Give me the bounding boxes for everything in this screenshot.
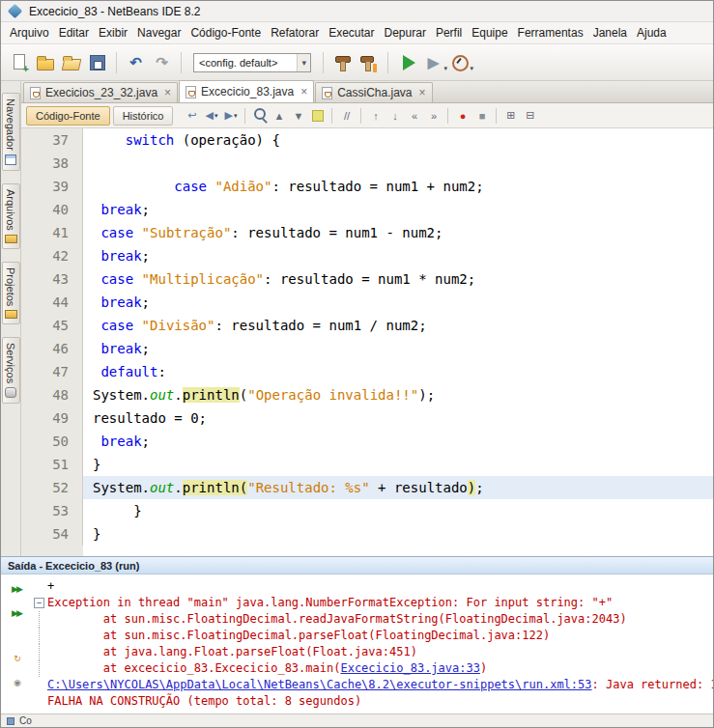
line-number[interactable]: 39 (21, 175, 83, 198)
chevron-down-icon[interactable]: ▾ (214, 112, 218, 120)
debug-icon[interactable]: ▶▾ (421, 50, 445, 74)
code-line[interactable]: 45 case "Divisão": resultado = num1 / nu… (21, 314, 713, 337)
code-line[interactable]: 39 case "Adião": resultado = num1 + num2… (21, 175, 713, 198)
close-icon[interactable]: × (419, 88, 426, 98)
code-line[interactable]: 53 } (21, 499, 713, 522)
menu-ferramentas[interactable]: Ferramentas (513, 23, 588, 42)
code-line[interactable]: 49resultado = 0; (21, 406, 713, 430)
run-macro-icon[interactable]: ■ (472, 106, 491, 126)
shift-right-icon[interactable]: » (424, 106, 443, 126)
code-line[interactable]: 37 switch (operação) { (21, 128, 713, 152)
back-icon[interactable]: ◀▾ (202, 106, 220, 126)
code-line[interactable]: 48System.out.println("Operação invalida!… (21, 383, 713, 406)
dock-tab-navegador[interactable]: Navegador (2, 93, 20, 171)
menu-perfil[interactable]: Perfil (431, 23, 467, 42)
line-number[interactable]: 53 (21, 499, 83, 522)
dock-tab-arquivos[interactable]: Arquivos (2, 183, 20, 249)
file-tab[interactable]: CassiCha.java× (315, 82, 432, 102)
find-previous-icon[interactable]: ▲ (270, 106, 288, 126)
output-link[interactable]: C:\Users\NYCOLAS\AppData\Local\NetBeans\… (47, 678, 592, 691)
line-number[interactable]: 40 (21, 198, 83, 221)
line-number[interactable]: 45 (21, 314, 83, 337)
code-line[interactable]: 40 break; (21, 198, 713, 221)
line-number[interactable]: 52 (21, 476, 83, 499)
line-number[interactable]: 44 (21, 291, 83, 314)
code-line[interactable]: 46 break; (21, 337, 713, 360)
record-macro-icon[interactable]: ● (453, 106, 471, 126)
line-number[interactable]: 38 (21, 152, 83, 175)
file-tab[interactable]: Execicios_23_32.java× (23, 82, 178, 102)
redo-icon[interactable]: ↷ (150, 50, 174, 74)
line-number[interactable]: 47 (21, 360, 83, 383)
close-icon[interactable]: × (300, 87, 307, 97)
find-next-icon[interactable]: ▼ (289, 106, 307, 126)
fold-toggle[interactable]: − (34, 598, 44, 608)
line-number[interactable]: 51 (21, 453, 83, 476)
menu-exibir[interactable]: Exibir (94, 23, 132, 42)
config-select[interactable]: <config. default>▾ (193, 53, 311, 72)
refresh-icon[interactable]: ↻ (7, 651, 26, 666)
last-edit-location-icon[interactable]: ↩ (183, 106, 201, 126)
profile-icon[interactable]: ▾ (447, 50, 471, 74)
menu-depurar[interactable]: Depurar (380, 23, 431, 42)
rerun-debug-icon[interactable]: ▶▶ (7, 605, 26, 621)
code-line[interactable]: 38 (21, 152, 713, 175)
line-number[interactable]: 42 (21, 244, 83, 267)
line-number[interactable]: 46 (21, 337, 83, 360)
output-header[interactable]: Saída - Excecicio_83 (run) (1, 556, 713, 574)
chevron-down-icon[interactable]: ▾ (234, 112, 238, 120)
code-line[interactable]: 54} (21, 522, 713, 546)
open-project-icon[interactable] (59, 50, 83, 74)
comment-icon[interactable]: // (337, 106, 356, 126)
collapse-folds-icon[interactable]: ⊟ (521, 106, 539, 126)
save-all-icon[interactable] (85, 50, 109, 74)
code-line[interactable]: 44 break; (21, 291, 713, 314)
menu-editar[interactable]: Editar (54, 23, 94, 42)
undo-icon[interactable]: ↶ (124, 50, 148, 74)
menu-refatorar[interactable]: Refatorar (266, 23, 324, 42)
file-tab[interactable]: Excecicio_83.java× (179, 80, 314, 102)
code-line[interactable]: 52System.out.println("Resultado: %s" + r… (21, 476, 713, 499)
forward-icon[interactable]: ▶▾ (221, 106, 240, 126)
output-link[interactable]: Excecicio_83.java:33 (340, 661, 480, 675)
new-project-icon[interactable] (33, 50, 57, 74)
line-number[interactable]: 41 (21, 221, 83, 244)
line-number[interactable]: 54 (21, 522, 83, 546)
build-icon[interactable] (330, 50, 355, 74)
next-bookmark-icon[interactable]: ↓ (386, 106, 404, 126)
line-number[interactable]: 48 (21, 383, 83, 406)
menu-navegar[interactable]: Navegar (132, 23, 186, 42)
settings-icon[interactable]: ◉ (7, 675, 26, 690)
code-editor[interactable]: 37 switch (operação) {3839 case "Adião":… (21, 128, 713, 556)
dock-tab-servi-os[interactable]: Serviços (2, 337, 20, 404)
rerun-icon[interactable]: ▶▶ (7, 581, 26, 597)
menu-ajuda[interactable]: Ajuda (632, 23, 671, 42)
menu-equipe[interactable]: Equipe (467, 23, 512, 42)
line-number[interactable]: 49 (21, 406, 83, 430)
toggle-highlight-icon[interactable] (308, 106, 327, 126)
chevron-down-icon[interactable]: ▾ (470, 65, 473, 72)
new-file-icon[interactable] (7, 50, 31, 74)
history-view-button[interactable]: Histórico (113, 106, 174, 126)
source-view-button[interactable]: Código-Fonte (26, 106, 110, 126)
menu-janela[interactable]: Janela (588, 23, 632, 42)
line-number[interactable]: 50 (21, 430, 83, 453)
shift-left-icon[interactable]: « (405, 106, 423, 126)
expand-folds-icon[interactable]: ⊞ (501, 106, 520, 126)
previous-bookmark-icon[interactable]: ↑ (366, 106, 385, 126)
code-line[interactable]: 42 break; (21, 244, 713, 267)
close-icon[interactable]: × (164, 88, 171, 98)
code-line[interactable]: 51} (21, 453, 713, 476)
run-icon[interactable] (395, 50, 419, 74)
line-number[interactable]: 37 (21, 128, 83, 152)
code-line[interactable]: 41 case "Subtração": resultado = num1 - … (21, 221, 713, 244)
menu-c-digo-fonte[interactable]: Código-Fonte (186, 23, 266, 42)
code-line[interactable]: 43 case "Multiplicação": resultado = num… (21, 267, 713, 291)
code-line[interactable]: 50 break; (21, 430, 713, 453)
line-number[interactable]: 43 (21, 267, 83, 291)
find-selection-icon[interactable] (250, 106, 269, 126)
menu-executar[interactable]: Executar (324, 23, 379, 42)
dock-tab-projetos[interactable]: Projetos (2, 262, 20, 324)
menu-arquivo[interactable]: Arquivo (5, 23, 54, 42)
clean-build-icon[interactable] (357, 50, 381, 74)
